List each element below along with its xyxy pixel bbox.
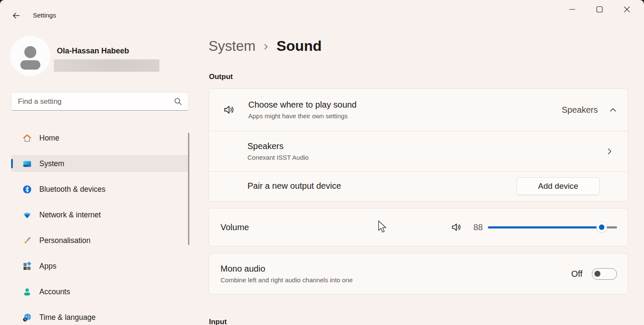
maximize-button[interactable] <box>586 0 613 19</box>
search-icon <box>174 97 188 105</box>
input-section-header: Input <box>209 318 227 325</box>
pair-device-row: Pair a new output device Add device <box>209 171 628 200</box>
sidebar-item-label: Bluetooth & devices <box>39 185 106 194</box>
sidebar-item-label: Personalisation <box>39 236 91 245</box>
volume-value: 88 <box>470 223 483 232</box>
volume-slider[interactable] <box>488 222 617 232</box>
network-icon <box>23 211 32 220</box>
window-title: Settings <box>33 12 56 19</box>
mono-audio-toggle[interactable] <box>592 268 617 280</box>
speakers-device-row[interactable]: Speakers Conexant ISST Audio <box>209 131 628 171</box>
sidebar-item-system[interactable]: System <box>11 155 189 172</box>
breadcrumb: System Sound <box>209 38 322 54</box>
selected-output-device[interactable]: Speakers <box>562 105 598 115</box>
close-button[interactable] <box>613 0 641 19</box>
mono-audio-title: Mono audio <box>221 264 353 274</box>
volume-slider-fill <box>488 226 602 228</box>
apps-icon <box>23 262 32 271</box>
sidebar-item-time-language[interactable]: Time & language <box>11 309 189 325</box>
output-section-header: Output <box>209 73 233 81</box>
user-name: Ola-Hassan Habeeb <box>57 47 129 56</box>
mono-audio-card: Mono audio Combine left and right audio … <box>209 253 628 294</box>
page-title: Sound <box>276 38 322 54</box>
system-icon <box>23 159 32 168</box>
sidebar-item-personalisation[interactable]: Personalisation <box>11 232 189 249</box>
sidebar-nav: Home System Bluetooth & devices Network … <box>11 129 189 325</box>
sidebar-item-label: System <box>39 159 64 168</box>
sidebar-item-apps[interactable]: Apps <box>11 258 189 275</box>
close-icon <box>623 6 630 13</box>
search-input[interactable] <box>12 97 174 106</box>
choose-output-title: Choose where to play sound <box>248 100 357 110</box>
mono-audio-state-label: Off <box>571 269 582 279</box>
user-email-redacted <box>54 59 159 72</box>
pair-device-label: Pair a new output device <box>247 181 341 191</box>
sidebar-item-label: Apps <box>39 262 56 271</box>
search-box <box>11 92 188 111</box>
sidebar-item-accounts[interactable]: Accounts <box>11 283 189 300</box>
maximize-icon <box>596 6 603 13</box>
user-avatar[interactable] <box>10 36 50 76</box>
volume-label: Volume <box>221 223 249 232</box>
accounts-icon <box>23 287 32 296</box>
person-icon <box>10 36 50 76</box>
add-device-button[interactable]: Add device <box>517 177 600 195</box>
home-icon <box>23 134 32 143</box>
bluetooth-icon <box>23 185 32 194</box>
time-language-icon <box>23 313 32 322</box>
choose-output-subtitle: Apps might have their own settings <box>248 112 357 120</box>
speakers-title: Speakers <box>247 141 309 151</box>
output-device-card: Choose where to play sound Apps might ha… <box>209 88 628 202</box>
chevron-right-icon <box>606 148 613 155</box>
sidebar-scrollbar[interactable] <box>188 133 189 245</box>
sidebar-item-bluetooth-devices[interactable]: Bluetooth & devices <box>11 181 189 198</box>
volume-slider-thumb[interactable] <box>596 222 607 233</box>
back-button[interactable] <box>9 9 23 22</box>
mono-audio-subtitle: Combine left and right audio channels in… <box>221 276 353 284</box>
sidebar-item-label: Home <box>39 134 59 143</box>
chevron-right-icon <box>263 44 269 50</box>
sidebar-item-home[interactable]: Home <box>11 129 189 146</box>
breadcrumb-system-link[interactable]: System <box>209 38 256 54</box>
settings-window: Settings Ola-Hassan Habeeb <box>0 0 644 325</box>
minimize-button[interactable] <box>559 0 586 19</box>
sidebar-item-label: Accounts <box>39 287 70 296</box>
back-arrow-icon <box>12 12 20 20</box>
volume-card: Volume 88 <box>209 208 628 246</box>
speakers-subtitle: Conexant ISST Audio <box>247 154 309 161</box>
sidebar-item-network-internet[interactable]: Network & internet <box>11 206 189 223</box>
minimize-icon <box>569 6 576 13</box>
sidebar-item-label: Network & internet <box>39 211 101 220</box>
chevron-up-icon[interactable] <box>609 106 617 114</box>
choose-output-expander[interactable]: Choose where to play sound Apps might ha… <box>209 89 628 131</box>
caption-controls <box>559 0 641 19</box>
personalisation-icon <box>23 236 32 245</box>
speaker-icon <box>223 103 235 116</box>
volume-speaker-icon[interactable] <box>450 221 462 233</box>
sidebar-item-label: Time & language <box>39 313 96 322</box>
